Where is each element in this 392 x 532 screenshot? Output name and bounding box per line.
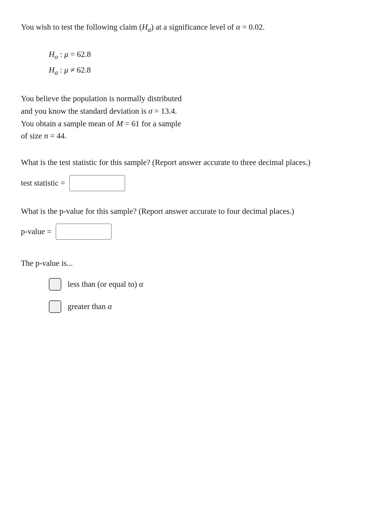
p-value-label: p-value =: [21, 227, 52, 236]
hypotheses-block: Ho:μ = 62.8 Ha:μ ≠ 62.8: [49, 47, 362, 78]
radio-group: less than (or equal to) α greater than α: [49, 278, 362, 313]
alt-hypothesis: Ha:μ ≠ 62.8: [49, 63, 362, 78]
question1-block: What is the test statistic for this samp…: [21, 156, 362, 191]
radio-greater-than[interactable]: greater than α: [49, 300, 362, 313]
intro-paragraph: You wish to test the following claim (Ha…: [21, 21, 362, 35]
radio-less-than[interactable]: less than (or equal to) α: [49, 278, 362, 291]
p-value-section: The p-value is... less than (or equal to…: [21, 257, 362, 313]
p-value-input[interactable]: [56, 224, 112, 240]
radio-label-less-than: less than (or equal to) α: [68, 280, 143, 289]
test-statistic-label: test statistic =: [21, 179, 65, 188]
description-paragraph: You believe the population is normally d…: [21, 92, 362, 142]
radio-label-greater-than: greater than α: [68, 302, 112, 311]
radio-box-less-than[interactable]: [49, 278, 61, 291]
question2-block: What is the p-value for this sample? (Re…: [21, 205, 362, 240]
question2-text: What is the p-value for this sample? (Re…: [21, 205, 362, 218]
alpha-var: α: [236, 23, 240, 31]
test-statistic-row: test statistic =: [21, 175, 362, 191]
main-content: You wish to test the following claim (Ha…: [21, 21, 362, 313]
p-value-row: p-value =: [21, 224, 362, 240]
h-a-notation: Ha: [142, 23, 151, 31]
question1-text: What is the test statistic for this samp…: [21, 156, 362, 169]
radio-box-greater-than[interactable]: [49, 300, 61, 313]
test-statistic-input[interactable]: [69, 175, 125, 191]
null-hypothesis: Ho:μ = 62.8: [49, 47, 362, 63]
p-value-is-heading: The p-value is...: [21, 257, 362, 270]
